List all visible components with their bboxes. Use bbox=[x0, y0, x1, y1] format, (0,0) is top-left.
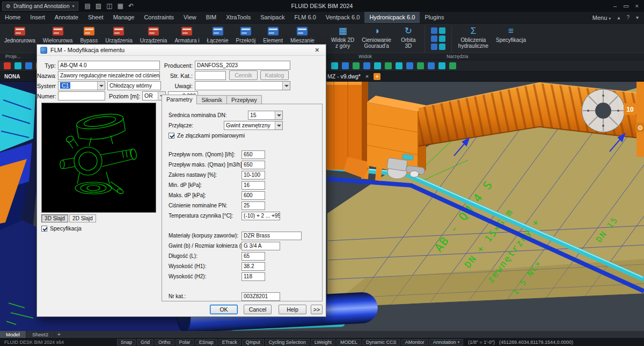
ribbon-button[interactable]: Urządzenia bbox=[102, 25, 136, 44]
dn-combo[interactable]: 15 bbox=[248, 111, 283, 120]
tool-icon[interactable] bbox=[385, 62, 392, 69]
open-file-icon[interactable]: ▨ bbox=[96, 2, 101, 10]
status-toggle-button[interactable]: Grid bbox=[137, 339, 153, 345]
chevron-down-icon[interactable] bbox=[282, 82, 290, 90]
ribbon-small-icon[interactable] bbox=[431, 44, 437, 50]
param-field[interactable]: G 3/4 A bbox=[241, 242, 280, 250]
layout-tab[interactable]: Model bbox=[0, 331, 26, 338]
tool-icon[interactable] bbox=[342, 62, 349, 69]
status-toggle-button[interactable]: AMonitor bbox=[401, 339, 428, 345]
ok-button[interactable]: OK bbox=[210, 305, 238, 314]
ribbon-button[interactable]: ↻ Orbita 3D bbox=[396, 25, 421, 49]
tool-icon[interactable] bbox=[374, 62, 381, 69]
ribbon-button[interactable]: ▦ Widok 2D z góry bbox=[328, 25, 357, 49]
katalog-button[interactable]: Katalog bbox=[260, 70, 289, 80]
tool-icon[interactable] bbox=[428, 62, 435, 69]
dialog-titlebar[interactable]: FLM - Modyfikacja elementu × bbox=[37, 45, 326, 56]
param-field[interactable]: DZR Brass bbox=[241, 232, 302, 240]
help-button[interactable]: Help bbox=[279, 305, 306, 314]
tool-icon[interactable] bbox=[417, 62, 424, 69]
slide-3d-button[interactable]: 3D Slajd bbox=[41, 214, 68, 222]
status-toggle-button[interactable]: LWeight bbox=[311, 339, 335, 345]
chevron-down-icon[interactable] bbox=[275, 121, 282, 129]
workspace-selector[interactable]: ⚙ Drafting and Annotation ▾ bbox=[2, 2, 78, 11]
ribbon-button[interactable]: Przekrój bbox=[233, 25, 259, 44]
ribbon-small-icon[interactable] bbox=[439, 35, 445, 42]
tool-icon[interactable] bbox=[363, 62, 370, 69]
minimize-icon[interactable]: – bbox=[613, 3, 617, 10]
more-button[interactable]: >> bbox=[311, 305, 323, 314]
maximize-icon[interactable]: ▭ bbox=[623, 3, 628, 10]
ribbon-button[interactable]: Łączenie bbox=[204, 25, 232, 44]
document-tab[interactable]: MZ - v9.dwg* × + bbox=[327, 73, 380, 80]
ribbon-small-icon[interactable] bbox=[431, 35, 437, 42]
param-field[interactable]: 003Z8201 bbox=[241, 292, 280, 301]
close-icon[interactable]: × bbox=[312, 45, 323, 55]
przylacze-combo[interactable]: Gwint zewnętrzny bbox=[224, 121, 283, 130]
menu-tab[interactable]: FLM 6.0 bbox=[289, 12, 320, 23]
param-field[interactable]: 25 bbox=[241, 201, 265, 210]
menu-tab[interactable]: BIM bbox=[201, 12, 222, 23]
new-document-button[interactable]: + bbox=[374, 73, 380, 80]
tool-icon[interactable] bbox=[4, 62, 11, 69]
ribbon-button[interactable]: ◑ Cieniowanie Gouraud'a bbox=[359, 25, 393, 49]
status-toggle-button[interactable]: ETrack bbox=[218, 339, 241, 345]
tool-icon[interactable] bbox=[449, 62, 456, 69]
dialog-tab[interactable]: Parametry bbox=[162, 95, 197, 104]
menu-tab[interactable]: Hydronicpack 6.0 bbox=[364, 12, 420, 23]
strkat-field[interactable] bbox=[195, 71, 226, 80]
ribbon-button[interactable]: Σ Obliczenia hydrauliczne bbox=[456, 25, 491, 49]
param-field[interactable]: 600 bbox=[241, 191, 265, 200]
param-field[interactable]: 650 bbox=[241, 161, 265, 169]
close-document-icon[interactable]: × bbox=[365, 73, 369, 80]
menu-tab[interactable]: Annotate bbox=[50, 12, 83, 23]
param-field[interactable]: 118 bbox=[241, 272, 265, 281]
menu-tab[interactable]: Constraints bbox=[139, 12, 179, 23]
annotation-scale-button[interactable]: Annotation ▾ bbox=[429, 339, 464, 345]
menu-tab[interactable]: Home bbox=[0, 12, 25, 23]
tool-icon[interactable] bbox=[396, 62, 402, 69]
menu-button[interactable]: Menu ▾ bbox=[592, 15, 611, 21]
status-toggle-button[interactable]: Polar bbox=[175, 339, 194, 345]
status-toggle-button[interactable]: Cycling Selection bbox=[265, 339, 310, 345]
tool-icon[interactable] bbox=[14, 62, 21, 69]
status-toggle-button[interactable]: Ortho bbox=[155, 339, 174, 345]
param-field[interactable]: 10-100 bbox=[241, 171, 265, 179]
slide-2d-button[interactable]: 2D Slajd bbox=[69, 214, 96, 222]
close-window-icon[interactable]: × bbox=[635, 3, 639, 10]
ribbon-small-icon[interactable] bbox=[439, 44, 445, 50]
navigation-wheel[interactable] bbox=[582, 89, 625, 132]
chevron-down-icon[interactable] bbox=[97, 82, 105, 90]
param-field[interactable]: (-10) + 2 ... +95 bbox=[241, 212, 280, 220]
menu-tab[interactable]: XtraTools bbox=[221, 12, 255, 23]
status-toggle-button[interactable]: QInput bbox=[242, 339, 264, 345]
menu-tab[interactable]: View bbox=[179, 12, 201, 23]
tool-icon[interactable] bbox=[438, 62, 445, 69]
menu-tab[interactable]: Manage bbox=[108, 12, 140, 23]
param-field[interactable]: 650 bbox=[241, 150, 265, 159]
ribbon-button[interactable]: Urządzenia bbox=[137, 25, 171, 44]
annotation-scale-value[interactable]: (1/8" = 1'-0") bbox=[468, 340, 495, 345]
cancel-button[interactable]: Cancel bbox=[244, 305, 272, 314]
specyfikacja-checkbox[interactable] bbox=[41, 226, 47, 232]
menu-tab[interactable]: Sheet bbox=[83, 12, 108, 23]
menu-tab[interactable]: Insert bbox=[25, 12, 50, 23]
chevron-down-icon[interactable]: ▾ bbox=[636, 15, 639, 20]
cennik-button[interactable]: Cennik bbox=[229, 70, 258, 80]
status-toggle-button[interactable]: Snap bbox=[117, 339, 136, 345]
system-desc-field[interactable]: Chłodzący wtórny bbox=[107, 81, 161, 90]
ribbon-small-icon[interactable] bbox=[431, 27, 437, 34]
producent-field[interactable]: DANFOSS_2023 bbox=[195, 61, 290, 70]
tool-icon[interactable] bbox=[406, 62, 413, 69]
ribbon-small-icon[interactable] bbox=[439, 27, 445, 34]
menu-tab[interactable]: Ventpack 6.0 bbox=[321, 12, 365, 23]
ribbon-button[interactable]: Mieszanie bbox=[287, 25, 318, 44]
typ-field[interactable]: AB-QM 4.0 bbox=[58, 61, 160, 70]
dialog-tab[interactable]: Siłownik bbox=[196, 95, 227, 104]
uwagi-combo[interactable] bbox=[195, 81, 290, 90]
ribbon-button[interactable]: ≡ Specyfikacja bbox=[493, 25, 529, 43]
undo-icon[interactable]: ↶ bbox=[128, 2, 134, 10]
param-field[interactable]: 65 bbox=[241, 252, 265, 261]
menu-tab[interactable]: Sanipack bbox=[255, 12, 289, 23]
valve-preview[interactable] bbox=[41, 103, 156, 213]
